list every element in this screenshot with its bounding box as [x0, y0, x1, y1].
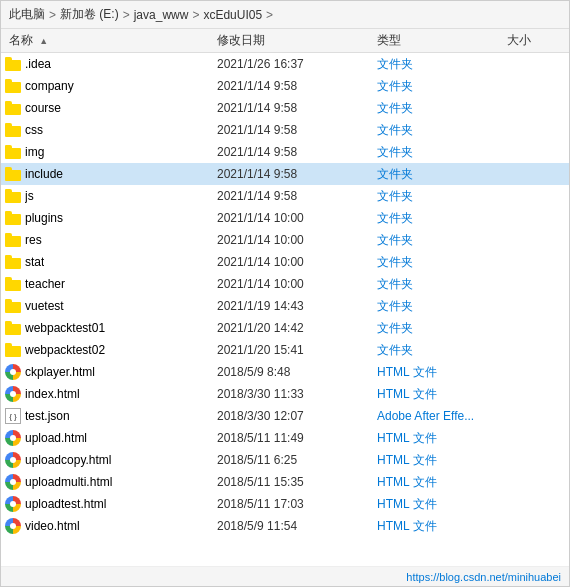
file-type-cell: HTML 文件 [369, 430, 499, 447]
folder-icon [5, 167, 21, 181]
file-name-text: plugins [25, 211, 63, 225]
table-row[interactable]: .idea 2021/1/26 16:37 文件夹 [1, 53, 569, 75]
file-name-cell: video.html [1, 518, 209, 534]
file-name-cell: res [1, 233, 209, 247]
file-name-text: test.json [25, 409, 70, 423]
sort-arrow-name: ▲ [39, 36, 48, 46]
breadcrumb-current[interactable]: xcEduUI05 [203, 8, 262, 22]
file-name-cell: ckplayer.html [1, 364, 209, 380]
file-type-cell: HTML 文件 [369, 474, 499, 491]
folder-icon [5, 145, 21, 159]
table-row[interactable]: stat 2021/1/14 10:00 文件夹 [1, 251, 569, 273]
breadcrumb-this-pc[interactable]: 此电脑 [9, 6, 45, 23]
html-icon [5, 364, 21, 380]
table-row[interactable]: include 2021/1/14 9:58 文件夹 [1, 163, 569, 185]
folder-icon [5, 189, 21, 203]
file-name-cell: uploadcopy.html [1, 452, 209, 468]
table-row[interactable]: css 2021/1/14 9:58 文件夹 [1, 119, 569, 141]
folder-icon [5, 343, 21, 357]
file-name-text: webpacktest01 [25, 321, 105, 335]
breadcrumb-sep-2: > [192, 8, 199, 22]
file-type-cell: 文件夹 [369, 166, 499, 183]
file-date-cell: 2021/1/20 14:42 [209, 321, 369, 335]
file-type-cell: HTML 文件 [369, 364, 499, 381]
file-name-cell: img [1, 145, 209, 159]
col-header-type[interactable]: 类型 [369, 32, 499, 49]
file-type-cell: 文件夹 [369, 100, 499, 117]
file-type-cell: 文件夹 [369, 342, 499, 359]
folder-icon [5, 299, 21, 313]
table-row[interactable]: webpacktest02 2021/1/20 15:41 文件夹 [1, 339, 569, 361]
file-date-cell: 2018/5/11 17:03 [209, 497, 369, 511]
file-date-cell: 2021/1/14 10:00 [209, 255, 369, 269]
file-date-cell: 2018/5/9 11:54 [209, 519, 369, 533]
table-row[interactable]: teacher 2021/1/14 10:00 文件夹 [1, 273, 569, 295]
file-type-cell: 文件夹 [369, 298, 499, 315]
file-name-text: teacher [25, 277, 65, 291]
file-date-cell: 2021/1/19 14:43 [209, 299, 369, 313]
file-date-cell: 2021/1/26 16:37 [209, 57, 369, 71]
folder-icon [5, 255, 21, 269]
table-row[interactable]: img 2021/1/14 9:58 文件夹 [1, 141, 569, 163]
col-header-date[interactable]: 修改日期 [209, 32, 369, 49]
file-date-cell: 2021/1/14 10:00 [209, 277, 369, 291]
table-row[interactable]: ckplayer.html 2018/5/9 8:48 HTML 文件 [1, 361, 569, 383]
html-icon [5, 430, 21, 446]
file-date-cell: 2018/5/9 8:48 [209, 365, 369, 379]
file-name-cell: teacher [1, 277, 209, 291]
file-explorer-window: 此电脑 > 新加卷 (E:) > java_www > xcEduUI05 > … [0, 0, 570, 587]
file-name-cell: index.html [1, 386, 209, 402]
col-header-name[interactable]: 名称 ▲ [1, 32, 209, 49]
file-name-cell: uploadmulti.html [1, 474, 209, 490]
file-name-cell: plugins [1, 211, 209, 225]
table-row[interactable]: plugins 2021/1/14 10:00 文件夹 [1, 207, 569, 229]
file-date-cell: 2021/1/14 9:58 [209, 167, 369, 181]
table-row[interactable]: uploadmulti.html 2018/5/11 15:35 HTML 文件 [1, 471, 569, 493]
breadcrumb-drive[interactable]: 新加卷 (E:) [60, 6, 119, 23]
table-row[interactable]: index.html 2018/3/30 11:33 HTML 文件 [1, 383, 569, 405]
table-row[interactable]: vuetest 2021/1/19 14:43 文件夹 [1, 295, 569, 317]
file-name-text: course [25, 101, 61, 115]
file-type-cell: HTML 文件 [369, 386, 499, 403]
file-type-cell: Adobe After Effe... [369, 409, 499, 423]
file-name-cell: { } test.json [1, 408, 209, 424]
watermark-text: https://blog.csdn.net/minihuabei [406, 571, 561, 583]
json-icon: { } [5, 408, 21, 424]
breadcrumb-sep-0: > [49, 8, 56, 22]
file-name-text: upload.html [25, 431, 87, 445]
folder-icon [5, 321, 21, 335]
file-date-cell: 2021/1/14 10:00 [209, 233, 369, 247]
html-icon [5, 518, 21, 534]
file-type-cell: 文件夹 [369, 276, 499, 293]
table-row[interactable]: res 2021/1/14 10:00 文件夹 [1, 229, 569, 251]
breadcrumb-java-www[interactable]: java_www [134, 8, 189, 22]
table-row[interactable]: { } test.json 2018/3/30 12:07 Adobe Afte… [1, 405, 569, 427]
file-name-cell: upload.html [1, 430, 209, 446]
table-row[interactable]: course 2021/1/14 9:58 文件夹 [1, 97, 569, 119]
table-row[interactable]: webpacktest01 2021/1/20 14:42 文件夹 [1, 317, 569, 339]
html-icon [5, 386, 21, 402]
file-name-cell: .idea [1, 57, 209, 71]
table-row[interactable]: video.html 2018/5/9 11:54 HTML 文件 [1, 515, 569, 537]
file-type-cell: HTML 文件 [369, 518, 499, 535]
folder-icon [5, 79, 21, 93]
file-name-text: include [25, 167, 63, 181]
table-row[interactable]: js 2021/1/14 9:58 文件夹 [1, 185, 569, 207]
html-icon [5, 496, 21, 512]
file-name-cell: course [1, 101, 209, 115]
col-header-size[interactable]: 大小 [499, 32, 569, 49]
table-row[interactable]: uploadcopy.html 2018/5/11 6:25 HTML 文件 [1, 449, 569, 471]
table-row[interactable]: company 2021/1/14 9:58 文件夹 [1, 75, 569, 97]
table-row[interactable]: uploadtest.html 2018/5/11 17:03 HTML 文件 [1, 493, 569, 515]
file-name-text: company [25, 79, 74, 93]
file-list[interactable]: .idea 2021/1/26 16:37 文件夹 company 2021/1… [1, 53, 569, 566]
file-name-text: uploadcopy.html [25, 453, 112, 467]
file-type-cell: 文件夹 [369, 232, 499, 249]
file-name-text: stat [25, 255, 44, 269]
file-date-cell: 2018/5/11 15:35 [209, 475, 369, 489]
file-date-cell: 2021/1/14 10:00 [209, 211, 369, 225]
table-row[interactable]: upload.html 2018/5/11 11:49 HTML 文件 [1, 427, 569, 449]
file-name-text: video.html [25, 519, 80, 533]
file-name-text: uploadmulti.html [25, 475, 112, 489]
file-date-cell: 2021/1/20 15:41 [209, 343, 369, 357]
